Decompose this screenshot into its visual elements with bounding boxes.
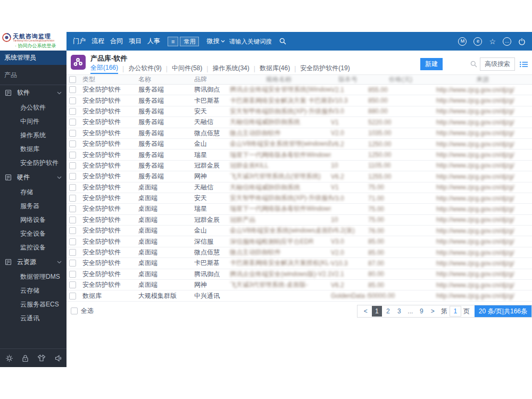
table-row[interactable]: 安全防护软件桌面端安天安天智甲终端防御系统(XP)-升级服务支持V3.071.0… — [66, 193, 532, 204]
tab-5[interactable]: 数据库(46) — [260, 64, 290, 73]
row-checkbox[interactable] — [69, 238, 76, 245]
table-row[interactable]: 安全防护软件服务器端瑞星瑞星下一代网络版杀毒软件Windows版-母系统1250… — [66, 149, 532, 160]
search-scope-select[interactable]: 微搜 — [206, 37, 225, 46]
sidebar-group-2[interactable]: 硬件 — [0, 170, 66, 185]
row-checkbox[interactable] — [69, 184, 76, 191]
new-button[interactable]: 新建 — [420, 58, 443, 70]
nav-item-3[interactable]: 合同 — [110, 37, 123, 46]
table-row[interactable]: 安全防护软件桌面端微点佰慧微点主动防御软件V2.085.00http://www… — [66, 247, 532, 258]
row-checkbox[interactable] — [69, 86, 76, 93]
table-row[interactable]: 安全防护软件服务器端微点佰慧微点主动防御软件V2.01035.00http://… — [66, 128, 532, 139]
tab-favorite[interactable]: 常用 — [180, 37, 199, 46]
cell-price: 5220.00 — [368, 119, 436, 126]
select-all[interactable]: 全选 — [71, 306, 94, 315]
sidebar-item-1-1[interactable]: 办公软件 — [0, 101, 66, 114]
row-checkbox[interactable] — [69, 205, 76, 212]
row-checkbox[interactable] — [69, 140, 76, 147]
table-row[interactable]: 安全防护软件桌面端金山金山V8终端安全系统(windows桌面版)V6.2(装)… — [66, 226, 532, 236]
sidebar-item-3-2[interactable]: 云存储 — [0, 284, 66, 297]
row-checkbox[interactable] — [69, 271, 76, 278]
row-checkbox[interactable] — [69, 162, 76, 169]
power-icon[interactable] — [518, 38, 526, 45]
advanced-search-button[interactable]: 高级搜索 — [480, 57, 515, 71]
sidebar-item-1-4[interactable]: 数据库 — [0, 142, 66, 156]
message-badge-icon[interactable]: e — [473, 37, 482, 46]
volume-icon[interactable]: ‹ — [55, 355, 61, 362]
page-button-3[interactable]: 3 — [394, 306, 404, 317]
sidebar-item-2-3[interactable]: 网络设备 — [0, 213, 66, 227]
table-row[interactable]: 数据库大规模集群版中兴通讯GoldenData s...50000.00http… — [66, 290, 532, 301]
select-all-checkbox[interactable] — [71, 307, 78, 314]
nav-item-1[interactable]: 门户 — [73, 37, 86, 46]
sidebar-item-2-2[interactable]: 服务器 — [0, 199, 66, 213]
table-row[interactable]: 安全防护软件桌面端网神飞天诚3代管理系统-桌面版-V6.285.00http:/… — [66, 280, 532, 290]
table-row[interactable]: 安全防护软件桌面端卡巴斯基卡巴斯基网络安全解决方案授权(KL-中小... +KL… — [66, 258, 532, 269]
page-size-info[interactable]: 20 条/页|共166条 — [475, 305, 531, 317]
table-row[interactable]: 安全防护软件服务器端腾讯御点腾讯企业终端安全管理系统(Windows版)V2.1… — [66, 85, 532, 95]
page-jump-input[interactable]: 1 — [450, 306, 461, 317]
table-row[interactable]: 安全防护软件服务器端安天安天智甲终端防御系统(XP)-升级服务支持V3.0880… — [66, 106, 532, 117]
menu-toggle-icon[interactable]: ≡ — [168, 37, 178, 46]
list-view-icon[interactable] — [520, 61, 528, 68]
sidebar-item-2-1[interactable]: 存储 — [0, 185, 66, 199]
sidebar-item-1-3[interactable]: 操作系统 — [0, 128, 66, 142]
page-button-9[interactable]: 9 — [417, 306, 427, 317]
sidebar-item-2-4[interactable]: 安全设备 — [0, 227, 66, 240]
collapse-arrow-icon[interactable]: ‹ — [60, 355, 61, 361]
sidebar-item-3-3[interactable]: 云服务器ECS — [0, 297, 66, 311]
more-icon[interactable]: … — [503, 37, 511, 46]
theme-shirt-icon[interactable] — [37, 354, 46, 362]
table-search-icon[interactable] — [470, 61, 477, 68]
nav-item-5[interactable]: 人事 — [147, 37, 160, 46]
table-row[interactable]: 安全防护软件服务器端金山金山V8终端安全系统管理(windows版本服务器)V6… — [66, 139, 532, 149]
page-next-button[interactable]: > — [428, 306, 438, 317]
row-checkbox[interactable] — [69, 173, 76, 180]
tab-2[interactable]: 办公软件(9) — [128, 64, 162, 73]
sidebar-group-3[interactable]: 云资源 — [0, 254, 66, 270]
row-checkbox[interactable] — [69, 195, 76, 202]
table-row[interactable]: 安全防护软件服务器端卡巴斯基卡巴斯基网络安全解决方案 卡巴斯基中小企业版...V… — [66, 95, 532, 106]
row-checkbox[interactable] — [69, 152, 76, 159]
table-row[interactable]: 安全防护软件桌面端天融信天融信终端威胁防御系统V175.00http://www… — [66, 182, 532, 193]
row-checkbox[interactable] — [69, 227, 76, 234]
row-checkbox[interactable] — [69, 249, 76, 256]
table-row[interactable]: 安全防护软件桌面端冠群金辰冠群产品1075.00http://www.zjcg.… — [66, 215, 532, 226]
page-button-2[interactable]: 2 — [383, 306, 393, 317]
table-row[interactable]: 安全防护软件桌面端深信服深信服终端检测响应平台EDRV3.085.00http:… — [66, 236, 532, 247]
tab-1[interactable]: 全部(166) — [90, 63, 118, 74]
search-icon[interactable] — [279, 38, 286, 45]
m-badge-icon[interactable]: M — [458, 37, 467, 46]
table-row[interactable]: 安全防护软件桌面端瑞星瑞星下一代网络版杀毒软件Windows版-客户端75.00… — [66, 204, 532, 214]
sidebar-item-1-2[interactable]: 中间件 — [0, 114, 66, 128]
table-row[interactable]: 安全防护软件服务器端冠群金辰冠群金辰KILL101105.00http://ww… — [66, 161, 532, 171]
sidebar-group-1[interactable]: 软件 — [0, 85, 66, 101]
lock-icon[interactable] — [22, 354, 29, 362]
tab-3[interactable]: 中间件(58) — [172, 64, 202, 73]
settings-gear-icon[interactable] — [5, 354, 13, 362]
page-button-1[interactable]: 1 — [372, 306, 382, 317]
sidebar-item-1-5[interactable]: 安全防护软件 — [0, 156, 66, 170]
nav-item-4[interactable]: 项目 — [129, 37, 142, 46]
tab-4[interactable]: 操作系统(34) — [212, 64, 249, 73]
row-checkbox[interactable] — [69, 281, 76, 288]
row-checkbox[interactable] — [69, 217, 76, 223]
row-checkbox[interactable] — [69, 260, 76, 267]
sidebar-item-3-1[interactable]: 数据管理DMS — [0, 270, 66, 284]
table-row[interactable]: 安全防护软件服务器端天融信天融信终端威胁防御系统V15220.00http://… — [66, 117, 532, 128]
row-checkbox[interactable] — [69, 119, 76, 126]
header-checkbox[interactable] — [69, 76, 76, 83]
star-icon[interactable]: ☆ — [489, 38, 496, 45]
nav-item-2[interactable]: 流程 — [92, 37, 104, 46]
row-checkbox[interactable] — [69, 97, 76, 104]
row-checkbox[interactable] — [69, 108, 76, 115]
sidebar-item-2-5[interactable]: 监控设备 — [0, 240, 66, 254]
global-search-input[interactable] — [228, 38, 277, 45]
page-prev-button[interactable]: < — [361, 306, 371, 317]
table-row[interactable]: 安全防护软件服务器端网神飞天诚3代管理系统点(管理系统)V6.21255.00h… — [66, 171, 532, 182]
sidebar-item-3-4[interactable]: 云通讯 — [0, 311, 66, 325]
row-checkbox[interactable] — [69, 130, 76, 137]
table-row[interactable]: 安全防护软件桌面端腾讯御点腾讯企业终端安全(windows版)-V2.1级V2.… — [66, 269, 532, 280]
row-checkbox[interactable] — [69, 293, 76, 300]
table-search-input[interactable] — [444, 60, 470, 69]
tab-6[interactable]: 安全防护软件(19) — [300, 64, 350, 73]
